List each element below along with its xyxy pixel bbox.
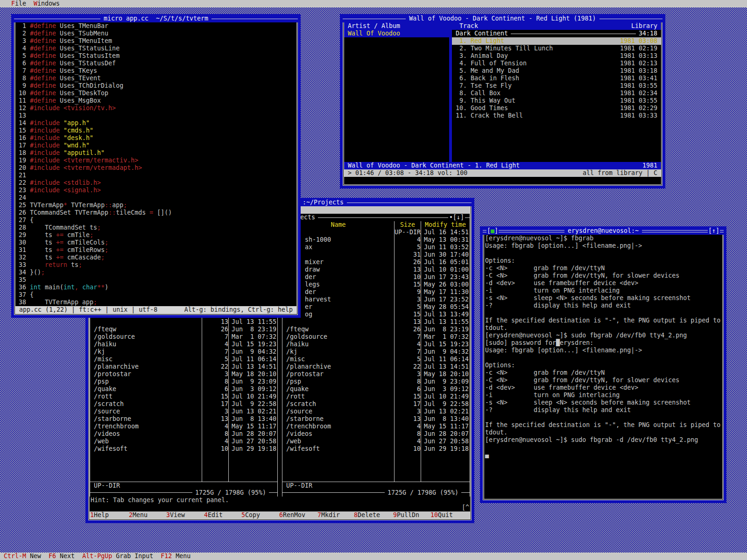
file-row[interactable]: /fteqw26Jun 8 23:19	[282, 326, 470, 333]
code-line[interactable]: 34}();	[19, 269, 296, 276]
file-row[interactable]: /misc5Jul 11 06:14	[282, 356, 470, 363]
mc-command-line[interactable]: [erysdren@nuevosol Projects]$[^	[90, 504, 470, 511]
file-row[interactable]: /haiku4Jul 15 19:23	[90, 341, 277, 348]
track-row[interactable]: 7. Tse Tse Fly1981 03:55	[452, 82, 661, 90]
code-line[interactable]: 21	[19, 172, 296, 179]
code-line[interactable]: 8#define Uses_TEvent	[19, 75, 296, 82]
fkey-8-delete[interactable]: 8Delete	[354, 511, 380, 519]
file-row[interactable]: /starborne13Jun 8 13:40	[282, 415, 470, 423]
file-row[interactable]: /wifesoft10Jun 29 19:18	[90, 445, 277, 453]
code-line[interactable]: 5#define Uses_TStatusItem	[19, 52, 296, 60]
code-line[interactable]: 18#include "apputil.h"	[19, 149, 296, 157]
code-line[interactable]: 28 TCommandSet ts;	[19, 224, 296, 231]
code-line[interactable]: 33 return ts;	[19, 261, 296, 269]
file-row[interactable]: /trenchbroom4May 15 11:17	[90, 423, 277, 430]
code-line[interactable]: 30 ts += cmTileCols;	[19, 239, 296, 246]
file-row[interactable]: /wifesoft10Jun 29 19:18	[282, 445, 470, 453]
code-line[interactable]: 36int main(int, char**)	[19, 284, 296, 291]
track-row[interactable]: 8. Call Box1981 02:34	[452, 90, 661, 97]
panel-scroll-marker[interactable]: •[↓]	[448, 214, 465, 221]
file-row[interactable]: /goldsource7Mar 1 07:32	[90, 333, 277, 341]
file-row[interactable]: sh-10004May 13 00:31	[282, 236, 470, 244]
album-row[interactable]: Dark Continent 34:18	[452, 30, 661, 37]
file-row[interactable]: /fteqw26Jun 8 23:19	[90, 326, 277, 333]
statusbar-item-new[interactable]: Ctrl-M New	[4, 553, 41, 560]
code-line[interactable]: 17#include "wnd.h"	[19, 142, 296, 149]
code-line[interactable]: 32 ts += cmCascade;	[19, 254, 296, 261]
track-row[interactable]: 1. Red Light1981 03:08	[452, 37, 661, 45]
file-row[interactable]: /scratch17Jul 9 22:58	[90, 400, 277, 408]
track-row[interactable]: 3. Animal Day1981 03:13	[452, 52, 661, 60]
fkey-4-edit[interactable]: 4Edit	[204, 511, 223, 519]
code-line[interactable]: 24	[19, 194, 296, 202]
file-row[interactable]: /videos8Jun 28 20:07	[282, 430, 470, 438]
file-row[interactable]: der9May 17 11:30	[282, 288, 470, 296]
code-line[interactable]: 19#include <tvterm/termactiv.h>	[19, 157, 296, 164]
file-row[interactable]: /web4Jun 27 20:58	[282, 438, 470, 445]
file-row[interactable]: /protostar3May 18 20:10	[282, 371, 470, 378]
fkey-7-mkdir[interactable]: 7Mkdir	[317, 511, 340, 519]
file-row[interactable]: draw13Jul 10 01:00	[282, 266, 470, 273]
code-line[interactable]: 10#define Uses_TDeskTop	[19, 90, 296, 97]
file-row[interactable]: og15Jul 13 13:49	[282, 311, 470, 318]
file-row[interactable]: /planarchive22Jul 13 14:51	[90, 363, 277, 371]
code-line[interactable]: 29 ts += cmTile;	[19, 231, 296, 239]
editor-titlebar[interactable]: micro app.cc ~/S/t/s/tvterm	[14, 15, 298, 22]
file-row[interactable]: /goldsource7Mar 1 07:32	[282, 333, 470, 341]
code-line[interactable]: 3#define Uses_TMenuItem	[19, 37, 296, 45]
code-line[interactable]: 1#define Uses_TMenuBar	[19, 22, 296, 30]
code-line[interactable]: 16#include "desk.h"	[19, 134, 296, 142]
terminal-screen[interactable]: [erysdren@nuevosol ~]$ fbgrabUsage: fbgr…	[484, 235, 722, 499]
code-line[interactable]: 23#include <signal.h>	[19, 187, 296, 194]
file-row[interactable]: /rott15Jul 10 21:49	[282, 393, 470, 400]
mc-panel-header[interactable]: Projects•[↓]	[282, 214, 470, 221]
code-line[interactable]: 20#include <tvterm/vtermadapt.h>	[19, 164, 296, 172]
file-row[interactable]: /protostar3May 18 20:10	[90, 371, 277, 378]
track-row[interactable]: 4. Full of Tension1981 02:13	[452, 60, 661, 67]
track-row[interactable]: 11. Crack the Bell1981 03:33	[452, 112, 661, 119]
code-line[interactable]: 38 TVTermApp app;	[19, 299, 296, 306]
code-line[interactable]: 14#include "app.h"	[19, 119, 296, 127]
file-row[interactable]: 31Jun 30 17:40	[282, 251, 470, 259]
file-row[interactable]: /videos8Jun 28 20:07	[90, 430, 277, 438]
file-row[interactable]: /haiku4Jul 15 19:23	[282, 341, 470, 348]
file-row[interactable]: /scratch17Jul 9 22:58	[282, 400, 470, 408]
track-row[interactable]: 10. Good Times1981 02:29	[452, 105, 661, 112]
file-row[interactable]: /planarchive22Jul 13 14:51	[282, 363, 470, 371]
file-row[interactable]: /quake6Jun 3 09:12	[90, 385, 277, 393]
code-line[interactable]: 27{	[19, 217, 296, 224]
file-row[interactable]: /source3Jun 13 02:21	[90, 408, 277, 415]
code-line[interactable]: 35	[19, 276, 296, 284]
code-line[interactable]: 13	[19, 112, 296, 119]
editor-code-area[interactable]: 1#define Uses_TMenuBar2#define Uses_TSub…	[15, 22, 296, 306]
file-row[interactable]: /starborne13Jun 8 13:40	[90, 415, 277, 423]
terminal-titlebar[interactable]: [■] erysdren@nuevosol:~ [↑]	[483, 227, 724, 235]
player-titlebar[interactable]: Wall of Voodoo - Dark Continent - Red Li…	[343, 15, 662, 22]
file-row[interactable]: 13Jul 13 11:55	[90, 318, 277, 326]
fkey-6-renmov[interactable]: 6RenMov	[279, 511, 305, 519]
file-row[interactable]: 13Jul 13 11:55	[282, 318, 470, 326]
file-row[interactable]: /psp8Jun 9 23:09	[282, 378, 470, 385]
file-row[interactable]: /source3Jun 13 02:21	[282, 408, 470, 415]
fkey-9-pulldn[interactable]: 9PullDn	[393, 511, 419, 519]
code-line[interactable]: 15#include "cmds.h"	[19, 127, 296, 134]
file-row[interactable]: der10Jun 17 23:43	[282, 273, 470, 281]
statusbar-item-grab-input[interactable]: Alt-PgUp Grab Input	[82, 553, 153, 560]
file-row[interactable]: mixer26Jul 16 05:01	[282, 259, 470, 266]
file-row[interactable]: /rott15Jul 10 21:49	[90, 393, 277, 400]
code-line[interactable]: 37{	[19, 291, 296, 299]
track-row[interactable]: 2. Two Minutes Till Lunch1981 02:19	[452, 45, 661, 52]
track-row[interactable]: 6. Back in Flesh1981 03:41	[452, 75, 661, 82]
code-line[interactable]: 25TVTermApp* TVTermApp::app;	[19, 202, 296, 209]
track-row[interactable]: 5. Me and My Dad1981 03:18	[452, 67, 661, 75]
code-line[interactable]: 31 ts += cmTileRows;	[19, 246, 296, 254]
file-row[interactable]: /web4Jun 27 20:58	[90, 438, 277, 445]
menu-item-ile[interactable]: File	[11, 0, 26, 7]
file-row[interactable]: er5May 28 05:54	[282, 303, 470, 311]
artist-item-selected[interactable]: Wall Of Voodoo	[344, 30, 449, 37]
fkey-5-copy[interactable]: 5Copy	[241, 511, 260, 519]
maximize-icon[interactable]: [↑]	[708, 227, 720, 235]
file-row[interactable]: /misc5Jul 11 06:14	[90, 356, 277, 363]
file-row[interactable]: /psp8Jun 9 23:09	[90, 378, 277, 385]
menu-item-indows[interactable]: Windows	[34, 0, 60, 7]
